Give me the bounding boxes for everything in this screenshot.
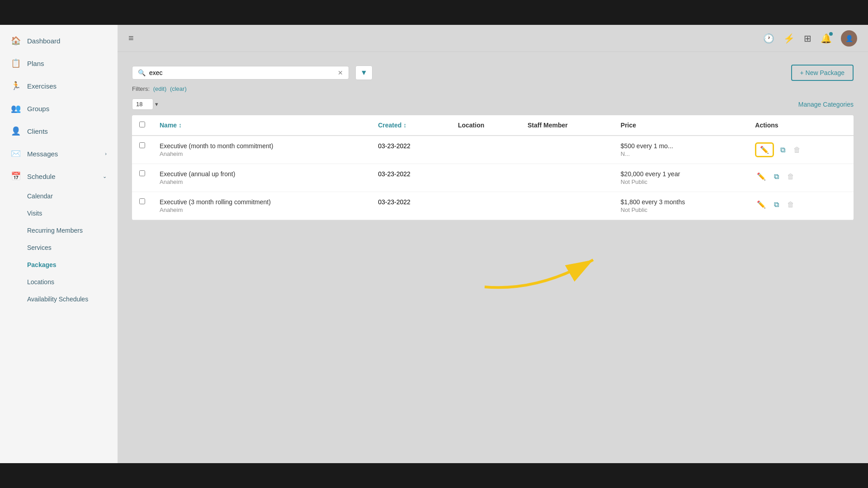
- table-row: Executive (3 month rolling commitment)An…: [132, 192, 854, 220]
- edit-filters-link[interactable]: (edit): [153, 85, 167, 92]
- bolt-icon[interactable]: ⚡: [783, 33, 795, 44]
- packages-table: Name ↕ Created ↕ Location Staff Member P…: [132, 115, 854, 220]
- sidebar-item-clients[interactable]: 👤 Clients: [0, 120, 118, 142]
- package-price-main: $20,000 every 1 year: [621, 170, 741, 178]
- package-name: Executive (annual up front): [160, 170, 363, 178]
- filter-button[interactable]: ▼: [355, 66, 373, 80]
- main-content: ≡ 🕐 ⚡ ⊞ 🔔 👤 🔍 exec: [118, 25, 868, 463]
- messages-chevron-icon: ›: [105, 151, 107, 156]
- sidebar: 🏠 Dashboard 📋 Plans 🏃 Exercises 👥 Groups…: [0, 25, 118, 463]
- package-name: Executive (3 month rolling commitment): [160, 198, 363, 206]
- table-controls: 18 25 50 ▾ Manage Categories: [132, 99, 854, 110]
- edit-button[interactable]: ✏️: [755, 170, 768, 183]
- actions-cell: ✏️⧉🗑: [755, 142, 846, 157]
- notification-dot: [829, 32, 833, 36]
- sidebar-item-exercises[interactable]: 🏃 Exercises: [0, 75, 118, 97]
- col-name[interactable]: Name ↕: [152, 115, 371, 136]
- clear-search-icon[interactable]: ✕: [338, 69, 343, 76]
- bell-icon[interactable]: 🔔: [821, 33, 832, 44]
- search-row: 🔍 exec ✕ ▼ + New Package: [132, 65, 854, 81]
- delete-button[interactable]: 🗑: [792, 144, 802, 156]
- package-location: Anaheim: [160, 178, 363, 185]
- sidebar-sub-calendar[interactable]: Calendar: [24, 188, 118, 205]
- table-header: Name ↕ Created ↕ Location Staff Member P…: [132, 115, 854, 136]
- search-box: 🔍 exec ✕: [132, 66, 349, 80]
- package-location-col: [451, 136, 520, 164]
- package-location-col: [451, 192, 520, 220]
- actions-cell: ✏️⧉🗑: [755, 170, 846, 183]
- col-actions: Actions: [748, 115, 854, 136]
- col-staff-member: Staff Member: [520, 115, 613, 136]
- sidebar-item-groups[interactable]: 👥 Groups: [0, 97, 118, 120]
- schedule-icon: 📅: [11, 171, 21, 181]
- copy-button[interactable]: ⧉: [772, 199, 781, 211]
- search-input[interactable]: exec: [149, 69, 334, 76]
- header-left: ≡: [128, 33, 134, 43]
- delete-button[interactable]: 🗑: [785, 199, 796, 211]
- sidebar-sub-recurring-members[interactable]: Recurring Members: [24, 222, 118, 239]
- package-staff: [520, 192, 613, 220]
- sidebar-item-dashboard[interactable]: 🏠 Dashboard: [0, 29, 118, 52]
- col-price: Price: [613, 115, 748, 136]
- avatar[interactable]: 👤: [841, 30, 857, 47]
- package-price-main: $1,800 every 3 months: [621, 198, 741, 206]
- header-right: 🕐 ⚡ ⊞ 🔔 👤: [763, 30, 857, 47]
- package-location: Anaheim: [160, 206, 363, 213]
- select-all-checkbox[interactable]: [139, 122, 145, 127]
- row-checkbox[interactable]: [139, 142, 145, 148]
- col-created[interactable]: Created ↕: [371, 115, 451, 136]
- table-row: Executive (month to month commitment)Ana…: [132, 136, 854, 164]
- row-checkbox[interactable]: [139, 198, 145, 204]
- sidebar-item-plans[interactable]: 📋 Plans: [0, 52, 118, 75]
- edit-button[interactable]: ✏️: [755, 198, 768, 211]
- top-bar: [0, 0, 868, 25]
- table-body: Executive (month to month commitment)Ana…: [132, 136, 854, 220]
- grid-icon[interactable]: ⊞: [804, 33, 811, 44]
- annotation-arrow: [448, 224, 607, 298]
- edit-button-highlighted[interactable]: ✏️: [755, 142, 774, 157]
- package-location-col: [451, 164, 520, 192]
- messages-icon: ✉️: [11, 149, 21, 159]
- copy-button[interactable]: ⧉: [778, 144, 787, 156]
- bottom-bar: [0, 463, 868, 488]
- actions-cell: ✏️⧉🗑: [755, 198, 846, 211]
- row-checkbox[interactable]: [139, 170, 145, 176]
- package-created: 03-23-2022: [371, 136, 451, 164]
- search-icon: 🔍: [138, 69, 146, 76]
- package-created: 03-23-2022: [371, 192, 451, 220]
- clock-icon[interactable]: 🕐: [763, 33, 774, 44]
- package-price-main: $500 every 1 mo...: [621, 142, 741, 150]
- sidebar-sub-packages[interactable]: Packages: [24, 256, 118, 273]
- col-location: Location: [451, 115, 520, 136]
- sidebar-sub-visits[interactable]: Visits: [24, 205, 118, 222]
- copy-button[interactable]: ⧉: [772, 171, 781, 183]
- home-icon: 🏠: [11, 36, 21, 46]
- clear-filters-link[interactable]: (clear): [170, 85, 187, 92]
- package-staff: [520, 164, 613, 192]
- sidebar-sub-services[interactable]: Services: [24, 239, 118, 256]
- package-price-sub: Not Public: [621, 178, 741, 185]
- per-page-label: ▾: [155, 101, 158, 108]
- package-location: Anaheim: [160, 150, 363, 157]
- table-wrapper: Name ↕ Created ↕ Location Staff Member P…: [132, 115, 854, 220]
- schedule-chevron-icon: ⌄: [103, 174, 107, 179]
- filters-row: Filters: (edit) (clear): [132, 85, 854, 92]
- exercises-icon: 🏃: [11, 81, 21, 91]
- sidebar-sub-locations[interactable]: Locations: [24, 273, 118, 291]
- table-row: Executive (annual up front)Anaheim03-23-…: [132, 164, 854, 192]
- sidebar-item-messages[interactable]: ✉️ Messages ›: [0, 142, 118, 165]
- per-page-select[interactable]: 18 25 50: [132, 99, 153, 110]
- sidebar-sub-availability-schedules[interactable]: Availability Schedules: [24, 291, 118, 308]
- package-name: Executive (month to month commitment): [160, 142, 363, 150]
- package-price-sub: Not Public: [621, 206, 741, 213]
- new-package-button[interactable]: + New Package: [791, 65, 854, 81]
- app-container: 🏠 Dashboard 📋 Plans 🏃 Exercises 👥 Groups…: [0, 25, 868, 463]
- page-content: 🔍 exec ✕ ▼ + New Package Filters: (edit)…: [118, 52, 868, 463]
- sidebar-item-schedule[interactable]: 📅 Schedule ⌄: [0, 165, 118, 188]
- manage-categories-link[interactable]: Manage Categories: [798, 101, 854, 108]
- hamburger-icon[interactable]: ≡: [128, 33, 134, 43]
- package-price-sub: N...: [621, 150, 741, 157]
- delete-button[interactable]: 🗑: [785, 171, 796, 183]
- clients-icon: 👤: [11, 126, 21, 136]
- plans-icon: 📋: [11, 58, 21, 68]
